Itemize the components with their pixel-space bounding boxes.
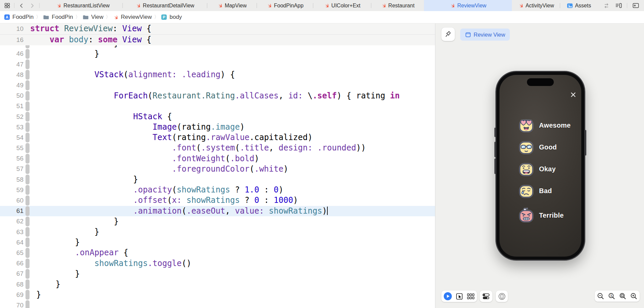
line-number[interactable]: 54 [0, 134, 23, 141]
breadcrumb-item-view-2[interactable]: View [83, 14, 104, 20]
line-number[interactable]: 61 [0, 207, 23, 215]
code-line-49[interactable]: 49 [0, 80, 435, 90]
zoom-to-fit-button[interactable] [618, 291, 628, 301]
code-line-50[interactable]: 50 ForEach(Restaurant.Rating.allCases, i… [0, 91, 435, 101]
code-line-60[interactable]: 60 .offset(x: showRatings ? 0 : 1000) [0, 195, 435, 206]
live-preview-button[interactable] [443, 291, 453, 301]
breadcrumb-item-body-4[interactable]: Pbody [161, 14, 182, 20]
line-number[interactable]: 62 [0, 218, 23, 225]
rating-row-terrible[interactable]: Terrible [518, 205, 571, 226]
code-line-46[interactable]: 46 } [0, 49, 435, 59]
preview-device-chip[interactable]: Review View [460, 29, 510, 41]
code-line-64[interactable]: 64 } [0, 237, 435, 248]
selectable-mode-button[interactable] [454, 291, 464, 301]
line-number[interactable]: 65 [0, 249, 23, 257]
code-line-57[interactable]: 57 .foregroundColor(.white) [0, 164, 435, 174]
code-line-66[interactable]: 66 showRatings.toggle() [0, 258, 435, 269]
code-line-51[interactable]: 51 [0, 101, 435, 112]
code-line-63[interactable]: 63 } [0, 227, 435, 237]
device-bezel-button[interactable] [497, 291, 507, 301]
breadcrumb-item-foodpin-1[interactable]: FoodPin [43, 14, 73, 20]
line-number[interactable]: 48 [0, 71, 23, 79]
code-line-61[interactable]: 61 .animation(.easeOut, value: showRatin… [0, 206, 435, 216]
code-editor[interactable]: 45 }46 }4748 VStack(alignment: .leading)… [0, 24, 435, 308]
code-line-65[interactable]: 65 .onAppear { [0, 248, 435, 258]
line-number[interactable]: 53 [0, 124, 23, 131]
pin-icon [444, 31, 452, 38]
tab-activityview[interactable]: ActivityView [512, 0, 560, 11]
code-line-47[interactable]: 47 [0, 59, 435, 70]
variants-mode-button[interactable] [466, 291, 476, 301]
editor-canvas-divider[interactable] [435, 24, 435, 308]
code-text: HStack { [36, 112, 172, 122]
line-number[interactable]: 16 [0, 36, 23, 44]
add-editor-button[interactable] [632, 2, 639, 9]
line-number[interactable]: 56 [0, 155, 23, 162]
breadcrumb-item-foodpin-0[interactable]: AFoodPin [4, 14, 34, 20]
tab-assets[interactable]: Assets [560, 0, 598, 11]
line-number[interactable]: 68 [0, 281, 23, 288]
line-number[interactable]: 63 [0, 228, 23, 236]
code-line-56[interactable]: 56 .fontWeight(.bold) [0, 153, 435, 164]
sticky-line-16[interactable]: 16 var body: some View { [0, 35, 435, 45]
code-line-52[interactable]: 52 HStack { [0, 112, 435, 122]
rating-row-awesome[interactable]: Awesome [518, 115, 571, 136]
code-line-55[interactable]: 55 .font(.system(.title, design: .rounde… [0, 143, 435, 153]
line-number[interactable]: 67 [0, 270, 23, 277]
device-settings-button[interactable] [481, 291, 491, 301]
code-line-68[interactable]: 68 } [0, 279, 435, 290]
line-number[interactable]: 46 [0, 50, 23, 57]
tab-restaurantdetailview[interactable]: RestaurantDetailView [122, 0, 207, 11]
line-number[interactable]: 51 [0, 102, 23, 110]
tab-reviewview[interactable]: ReviewView [424, 0, 512, 11]
line-number[interactable]: 50 [0, 92, 23, 99]
line-number[interactable]: 52 [0, 113, 23, 121]
tab-restaurant[interactable]: Restaurant [371, 0, 424, 11]
code-text: ForEach(Restaurant.Rating.allCases, id: … [36, 91, 400, 101]
fold-ribbon [25, 91, 30, 101]
line-number[interactable]: 49 [0, 82, 23, 89]
tab-restaurantlistview[interactable]: RestaurantListView [43, 0, 122, 11]
code-line-62[interactable]: 62 } [0, 216, 435, 227]
line-number[interactable]: 10 [0, 25, 23, 33]
tab-uicolor+ext[interactable]: UIColor+Ext [313, 0, 371, 11]
pin-preview-button[interactable] [441, 28, 455, 41]
rating-row-bad[interactable]: Bad [518, 180, 571, 202]
zoom-actual-size-button[interactable]: 1 [607, 291, 617, 301]
code-line-58[interactable]: 58 } [0, 174, 435, 185]
close-button[interactable] [570, 91, 577, 98]
line-number[interactable]: 70 [0, 302, 23, 308]
line-number[interactable]: 47 [0, 61, 23, 68]
zoom-in-button[interactable] [629, 291, 639, 301]
code-line-70[interactable]: 70 [0, 300, 435, 308]
line-number[interactable]: 55 [0, 144, 23, 152]
line-number[interactable]: 60 [0, 197, 23, 204]
rating-row-okay[interactable]: Okay [518, 158, 571, 180]
code-line-48[interactable]: 48 VStack(alignment: .leading) { [0, 70, 435, 80]
line-number[interactable]: 58 [0, 176, 23, 183]
breadcrumb-item-reviewview-3[interactable]: ReviewView [113, 14, 152, 20]
code-review-button[interactable] [603, 2, 610, 9]
rating-row-good[interactable]: Good [518, 136, 571, 158]
tab-foodpinapp[interactable]: FoodPinApp [257, 0, 313, 11]
code-line-67[interactable]: 67 } [0, 269, 435, 279]
tab-mapview[interactable]: MapView [207, 0, 257, 11]
sticky-line-10[interactable]: 10struct ReviewView: View { [0, 24, 435, 35]
code-line-69[interactable]: 69} [0, 290, 435, 300]
line-number[interactable]: 69 [0, 291, 23, 299]
zoom-out-button[interactable] [596, 291, 606, 301]
navigate-back-button[interactable] [18, 2, 25, 9]
code-line-59[interactable]: 59 .opacity(showRatings ? 1.0 : 0) [0, 185, 435, 195]
code-line-53[interactable]: 53 Image(rating.image) [0, 122, 435, 132]
line-number[interactable]: 66 [0, 260, 23, 267]
fold-ribbon [25, 175, 30, 184]
line-number[interactable]: 64 [0, 239, 23, 246]
navigate-forward-button[interactable] [29, 2, 36, 9]
line-number[interactable]: 59 [0, 186, 23, 194]
tab-label: UIColor+Ext [331, 3, 361, 9]
preview-canvas[interactable]: Review View AwesomeGoodOkayBadTerrible 1 [435, 24, 644, 308]
line-number[interactable]: 57 [0, 165, 23, 173]
tab-overview-button[interactable] [3, 2, 11, 9]
code-line-54[interactable]: 54 Text(rating.rawValue.capitalized) [0, 132, 435, 143]
editor-options-button[interactable] [615, 2, 622, 9]
